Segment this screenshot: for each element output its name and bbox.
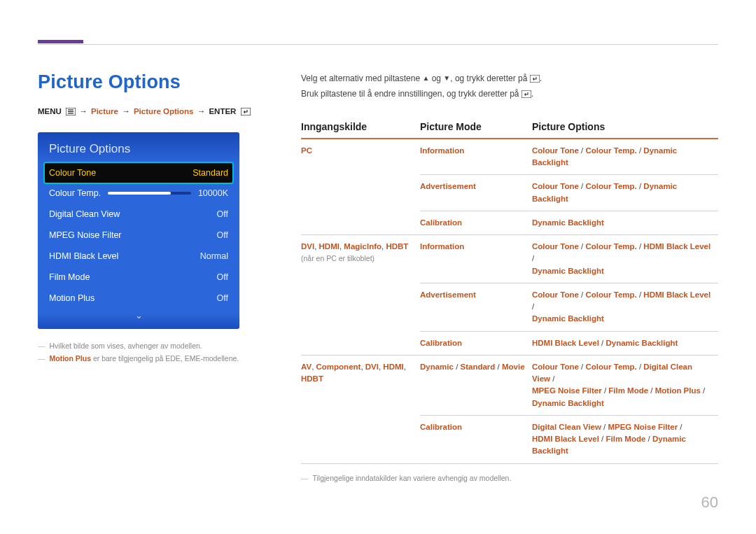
osd-row-value: 10000K (198, 188, 228, 198)
table-row: CalibrationHDMI Black Level / Dynamic Ba… (301, 331, 718, 355)
table-cell-source (301, 415, 420, 463)
table-text: / (637, 182, 644, 190)
table-cell-source: DVI, HDMI, MagicInfo, HDBT(når en PC er … (301, 235, 420, 283)
table-text: / (532, 254, 534, 262)
table-header-mode: Picture Mode (420, 121, 532, 139)
osd-row-label: MPEG Noise Filter (49, 230, 122, 240)
table-cell-options: Dynamic Backlight (532, 211, 718, 234)
table-cell-options: Colour Tone / Colour Temp. / HDMI Black … (532, 235, 718, 283)
page-number: 60 (701, 493, 718, 512)
table-footnote: ―Tilgjengelige inndatakilder kan variere… (301, 474, 718, 482)
table-cell-mode: Information (420, 139, 532, 175)
table-text: / (637, 290, 644, 299)
table-row: PCInformationColour Tone / Colour Temp. … (301, 139, 718, 175)
table-text: / (648, 386, 655, 395)
intro-line1a: Velg et alternativ med piltastene (301, 73, 422, 83)
table-text: Information (420, 242, 464, 251)
osd-row-label: HDMI Black Level (49, 251, 118, 261)
table-text: HDBT (386, 242, 408, 251)
osd-slider[interactable] (108, 192, 191, 195)
table-cell-source: PC (301, 139, 420, 175)
table-text: / (645, 435, 652, 443)
table-text: / (454, 363, 461, 371)
table-text: DVI (365, 363, 379, 371)
osd-row-value: Off (217, 293, 228, 303)
table-text: DVI (301, 242, 314, 251)
table-text: Colour Temp. (585, 242, 636, 251)
table-cell-mode: Calibration (420, 331, 532, 355)
top-rule (38, 44, 718, 45)
table-text: Motion Plus (655, 386, 701, 395)
table-text: / (637, 242, 644, 251)
table-text: Colour Tone (532, 290, 579, 299)
table-text: Component (316, 363, 361, 371)
table-cell-mode: Calibration (420, 211, 532, 234)
table-cell-subtext: (når en PC er tilkoblet) (301, 253, 413, 265)
osd-row-value: Off (217, 209, 228, 219)
table-text: Colour Tone (532, 242, 579, 251)
table-cell-options: Colour Tone / Colour Temp. / Dynamic Bac… (532, 139, 718, 175)
table-text: Dynamic Backlight (532, 314, 604, 323)
table-row: DVI, HDMI, MagicInfo, HDBT(når en PC er … (301, 235, 718, 283)
osd-row-2[interactable]: Digital Clean ViewOff (38, 204, 239, 225)
table-text: AV (301, 363, 312, 371)
table-row: AdvertisementColour Tone / Colour Temp. … (301, 283, 718, 331)
table-text: Colour Temp. (585, 182, 636, 190)
table-text: PC (301, 146, 312, 155)
table-header-options: Picture Options (532, 121, 718, 139)
table-row: AdvertisementColour Tone / Colour Temp. … (301, 175, 718, 211)
table-row: CalibrationDigital Clean View / MPEG Noi… (301, 415, 718, 463)
table-text: Colour Tone (532, 182, 579, 190)
osd-row-6[interactable]: Motion PlusOff (38, 288, 239, 309)
table-text: Movie (502, 363, 525, 371)
table-text: Dynamic Backlight (532, 267, 604, 275)
menu-icon (66, 108, 76, 117)
table-text: Film Mode (606, 435, 645, 443)
triangle-up-icon: ▲ (422, 74, 429, 82)
osd-row-label: Digital Clean View (49, 209, 120, 219)
osd-row-0[interactable]: Colour ToneStandard (45, 163, 232, 183)
table-header-source: Inngangskilde (301, 121, 420, 139)
table-text: / (602, 386, 609, 395)
table-text: / (550, 374, 554, 383)
table-cell-source (301, 331, 420, 355)
table-text: Colour Temp. (585, 290, 636, 299)
table-row: AV, Component, DVI, HDMI, HDBTDynamic / … (301, 355, 718, 415)
breadcrumb: MENU → Picture → Picture Options → ENTER (38, 107, 276, 117)
table-text: / (637, 146, 644, 155)
table-text: HDMI Black Level (643, 242, 710, 251)
table-cell-source (301, 211, 420, 234)
enter-icon (241, 108, 251, 117)
osd-row-label: Colour Temp. (49, 188, 101, 198)
osd-row-value: Off (217, 272, 228, 282)
table-cell-options: Digital Clean View / MPEG Noise Filter /… (532, 415, 718, 463)
table-text: Standard (461, 363, 496, 371)
table-text: Dynamic Backlight (532, 218, 604, 227)
table-text: Dynamic (420, 363, 454, 371)
osd-row-label: Motion Plus (49, 293, 94, 303)
osd-row-5[interactable]: Film ModeOff (38, 267, 239, 288)
table-text: Colour Temp. (585, 146, 636, 155)
osd-row-3[interactable]: MPEG Noise FilterOff (38, 225, 239, 246)
osd-row-value: Off (217, 230, 228, 240)
osd-row-1[interactable]: Colour Temp.10000K (38, 183, 239, 204)
breadcrumb-picture-options: Picture Options (134, 107, 194, 115)
table-text: MPEG Noise Filter (532, 386, 602, 395)
breadcrumb-picture: Picture (91, 107, 118, 115)
table-text: / (701, 386, 705, 395)
table-cell-options: Colour Tone / Colour Temp. / Digital Cle… (532, 355, 718, 415)
table-cell-mode: Advertisement (420, 283, 532, 331)
osd-title: Picture Options (38, 142, 239, 163)
table-text: MagicInfo (344, 242, 382, 251)
osd-panel: Picture Options Colour ToneStandardColou… (38, 132, 239, 329)
table-text: Colour Tone (532, 363, 579, 371)
table-text: MPEG Noise Filter (608, 423, 678, 431)
breadcrumb-menu: MENU (38, 107, 62, 115)
osd-row-4[interactable]: HDMI Black LevelNormal (38, 246, 239, 267)
osd-row-value: Normal (200, 251, 228, 261)
table-text: Colour Tone (532, 146, 579, 155)
intro-line1b: og (429, 73, 443, 83)
intro-line1c: , og trykk deretter på (450, 73, 529, 83)
table-cell-mode: Information (420, 235, 532, 283)
chevron-down-icon[interactable]: ⌄ (38, 309, 239, 321)
